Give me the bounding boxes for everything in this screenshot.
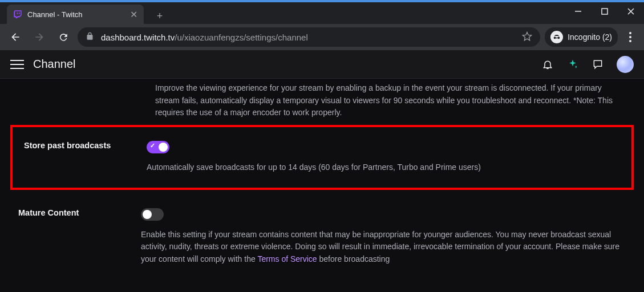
sparkle-icon[interactable]: [566, 58, 579, 71]
terms-of-service-link[interactable]: Terms of Service: [257, 254, 317, 263]
incognito-badge[interactable]: Incognito (2): [545, 27, 618, 47]
window-controls: [565, 0, 644, 23]
browser-tab-strip: Channel - Twitch ✕ +: [0, 0, 644, 24]
incognito-label: Incognito (2): [568, 33, 612, 42]
browser-tab[interactable]: Channel - Twitch ✕: [7, 5, 144, 24]
maximize-button[interactable]: [592, 0, 618, 23]
back-button[interactable]: [6, 27, 25, 47]
window-accent-border: [0, 0, 644, 2]
incognito-icon: [550, 31, 563, 43]
setting-description: Automatically save broadcasts for up to …: [147, 161, 620, 174]
bookmark-star-icon[interactable]: [522, 31, 532, 43]
page-title: Channel: [33, 58, 76, 71]
settings-content: Improve the viewing experience for your …: [0, 79, 644, 292]
avatar[interactable]: [617, 56, 634, 73]
mature-content-toggle[interactable]: [141, 208, 164, 221]
svg-rect-1: [602, 9, 607, 14]
setting-description: Improve the viewing experience for your …: [155, 82, 626, 119]
lock-icon: [86, 32, 94, 42]
svg-rect-0: [575, 11, 581, 12]
twitch-favicon-icon: [13, 9, 23, 19]
menu-icon[interactable]: [10, 58, 24, 71]
store-broadcasts-toggle[interactable]: [147, 141, 169, 153]
setting-description: Enable this setting if your stream conta…: [141, 229, 626, 266]
page-header: Channel: [0, 50, 644, 79]
setting-backup-stream: Improve the viewing experience for your …: [7, 79, 637, 124]
browser-menu-button[interactable]: [622, 29, 638, 45]
address-bar[interactable]: dashboard.twitch.tv/u/xiaozuanfengzs/set…: [78, 27, 540, 47]
chat-icon[interactable]: [592, 58, 604, 71]
setting-mature-content: Mature Content Enable this setting if yo…: [7, 194, 637, 279]
reload-button[interactable]: [54, 27, 73, 47]
forward-button[interactable]: [30, 27, 49, 47]
minimize-button[interactable]: [565, 0, 592, 23]
close-icon[interactable]: ✕: [129, 10, 138, 19]
setting-label: Mature Content: [18, 208, 141, 266]
setting-label: Store past broadcasts: [24, 141, 147, 174]
url-display: dashboard.twitch.tv/u/xiaozuanfengzs/set…: [101, 33, 308, 42]
setting-store-past-broadcasts: Store past broadcasts Automatically save…: [13, 127, 631, 188]
browser-toolbar: dashboard.twitch.tv/u/xiaozuanfengzs/set…: [0, 24, 644, 50]
notifications-icon[interactable]: [541, 58, 554, 71]
store-past-broadcasts-highlighted: Store past broadcasts Automatically save…: [10, 125, 634, 190]
close-window-button[interactable]: [618, 0, 644, 23]
tab-title: Channel - Twitch: [27, 10, 124, 19]
new-tab-button[interactable]: +: [152, 8, 168, 24]
